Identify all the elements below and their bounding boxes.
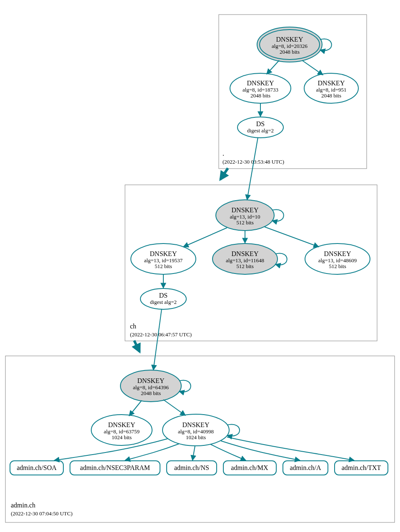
svg-text:DNSKEY: DNSKEY [138,377,165,384]
svg-text:2048 bits: 2048 bits [141,390,161,396]
svg-text:admin.ch/NSEC3PARAM: admin.ch/NSEC3PARAM [80,464,150,471]
edge-ch-ksk-k1 [183,228,227,247]
svg-text:DNSKEY: DNSKEY [324,250,351,257]
svg-text:admin.ch/TXT: admin.ch/TXT [342,464,381,471]
zone-time-admin: (2022-12-30 07:04:50 UTC) [11,510,72,517]
rrset-ns: admin.ch/NS [167,461,217,475]
edge-ch-to-admin-deleg [134,341,140,352]
rrset-mx: admin.ch/MX [223,461,276,475]
svg-text:DS: DS [256,120,265,127]
node-root-zsk1: DNSKEY alg=8, id=18733 2048 bits [230,73,291,103]
node-ch-ds: DS digest alg=2 [140,288,186,309]
svg-text:2048 bits: 2048 bits [321,92,341,99]
svg-text:digest alg=2: digest alg=2 [247,127,274,134]
svg-text:1024 bits: 1024 bits [112,434,132,440]
zone-name-root: . [222,150,224,157]
edge-root-ksk-zsk2 [302,60,323,75]
svg-text:alg=8, id=951: alg=8, id=951 [316,87,346,93]
edge-root-to-ch-deleg [220,168,228,179]
rrset-a: admin.ch/A [283,461,328,475]
node-admin-k1: DNSKEY alg=8, id=63759 1024 bits [91,415,152,445]
svg-text:alg=13, id=10: alg=13, id=10 [230,214,260,220]
zone-time-ch: (2022-12-30 06:47:57 UTC) [130,331,192,338]
node-root-ds: DS digest alg=2 [238,117,283,138]
edge-admin-ksk-k1 [129,400,142,416]
node-root-ksk: DNSKEY alg=8, id=20326 2048 bits [257,27,322,62]
node-root-zsk2: DNSKEY alg=8, id=951 2048 bits [304,73,358,103]
svg-text:2048 bits: 2048 bits [250,92,270,99]
svg-text:admin.ch/MX: admin.ch/MX [231,464,268,471]
edge-ch-ksk-k3 [265,227,319,247]
zone-name-admin: admin.ch [11,502,35,509]
svg-text:DNSKEY: DNSKEY [232,250,259,257]
svg-text:DNSKEY: DNSKEY [276,36,303,43]
svg-text:alg=13, id=19537: alg=13, id=19537 [144,257,183,264]
rrset-soa: admin.ch/SOA [10,461,63,475]
edge-admin-ksk-k2 [163,400,185,415]
svg-text:512 bits: 512 bits [329,263,346,269]
node-ch-k2: DNSKEY alg=13, id=11648 512 bits [212,244,278,274]
edge-k2-ns [192,446,195,460]
svg-text:admin.ch/A: admin.ch/A [290,464,321,471]
svg-text:2048 bits: 2048 bits [280,49,300,55]
svg-text:alg=13, id=11648: alg=13, id=11648 [226,257,264,264]
rrset-txt: admin.ch/TXT [335,461,388,475]
svg-text:DNSKEY: DNSKEY [182,421,210,428]
node-ch-k1: DNSKEY alg=13, id=19537 512 bits [131,244,196,274]
svg-text:alg=8, id=18733: alg=8, id=18733 [242,87,278,93]
svg-text:DNSKEY: DNSKEY [232,206,259,214]
svg-text:digest alg=2: digest alg=2 [150,299,177,305]
edge-k2-nsec3p [125,444,179,460]
node-ch-ksk: DNSKEY alg=13, id=10 512 bits [216,200,274,231]
svg-text:alg=8, id=40998: alg=8, id=40998 [178,428,214,435]
svg-text:512 bits: 512 bits [236,219,254,226]
edge-root-ksk-zsk1 [267,60,279,74]
edge-ch-ds-admin-ksk [153,309,162,370]
svg-text:DNSKEY: DNSKEY [150,250,177,257]
svg-text:DNSKEY: DNSKEY [318,80,345,87]
svg-text:512 bits: 512 bits [236,263,254,269]
svg-text:admin.ch/SOA: admin.ch/SOA [17,464,57,471]
svg-text:alg=13, id=48609: alg=13, id=48609 [318,257,357,264]
svg-text:1024 bits: 1024 bits [186,434,206,440]
svg-text:alg=8, id=20326: alg=8, id=20326 [272,43,308,49]
dnssec-chain-diagram: . (2022-12-30 03:53:48 UTC) DNSKEY alg=8… [0,0,400,532]
node-admin-ksk: DNSKEY alg=8, id=64396 2048 bits [120,370,181,402]
node-ch-k3: DNSKEY alg=13, id=48609 512 bits [305,244,370,274]
svg-text:DS: DS [159,292,168,299]
svg-text:512 bits: 512 bits [155,263,172,269]
svg-text:DNSKEY: DNSKEY [247,80,274,87]
svg-text:alg=8, id=64396: alg=8, id=64396 [133,384,169,390]
svg-text:admin.ch/NS: admin.ch/NS [174,464,209,471]
node-admin-k2: DNSKEY alg=8, id=40998 1024 bits [162,414,229,446]
zone-name-ch: ch [130,323,136,330]
svg-text:DNSKEY: DNSKEY [108,421,135,428]
svg-text:alg=8, id=63759: alg=8, id=63759 [104,428,140,435]
rrset-nsec3param: admin.ch/NSEC3PARAM [70,461,160,475]
